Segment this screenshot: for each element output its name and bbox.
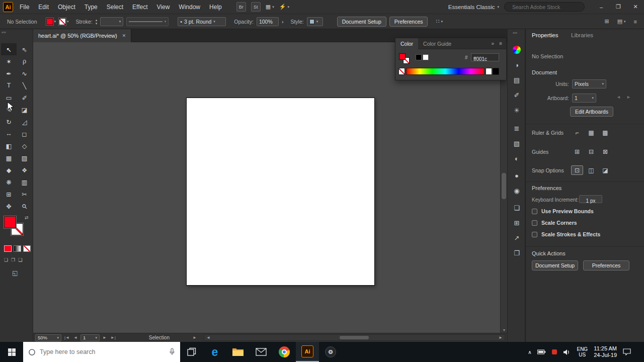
draw-inside-icon[interactable]: ❑ [18,257,22,262]
snap-to-point-icon[interactable]: ◪ [599,165,611,175]
black-swatch[interactable] [416,54,422,60]
direct-selection-tool[interactable]: ⇖ [17,43,32,55]
stroke-weight-stepper[interactable]: ▴ ▾ [96,18,98,25]
illustrator-taskbar-button[interactable]: Ai [296,342,319,362]
previous-artboard-arrow-icon[interactable]: ◄ [616,95,621,100]
use-preview-bounds-checkbox[interactable] [532,209,537,214]
menu-effect[interactable]: Effect [128,0,152,14]
swap-fill-stroke-icon[interactable]: ⇄ [25,215,29,220]
transparency-panel-icon[interactable]: ◐ [508,152,526,165]
show-guides-icon[interactable]: ⊞ [571,147,583,156]
vertical-scrollbar[interactable]: ▲ ▼ [500,42,507,333]
collapse-panel-icon[interactable]: » [492,41,495,46]
align-options-button[interactable]: ∷ ▾ [436,18,443,25]
battery-icon[interactable] [537,349,546,354]
brushes-panel-icon[interactable]: ✐ [508,88,526,102]
stepper-down-icon[interactable]: ▾ [96,22,98,25]
volume-icon[interactable] [563,349,571,355]
close-tab-icon[interactable]: ✕ [122,33,126,38]
edit-artboards-button[interactable]: Edit Artboards [570,107,613,117]
first-artboard-icon[interactable]: |◄ [63,335,70,340]
eyedropper-tool[interactable]: ◆ [1,164,17,176]
status-expand-icon[interactable]: ► [192,335,198,340]
adobe-stock-search[interactable] [504,2,585,12]
horizontal-scrollbar[interactable]: ◄ ► [204,334,505,341]
opacity-slider-chevron[interactable]: › [282,19,284,25]
adobe-stock-icon[interactable]: St [251,2,261,12]
tray-red-app-icon[interactable] [552,349,557,354]
document-tab[interactable]: heart.ai* @ 50% (RGB/Preview) ✕ [33,29,131,42]
edge-taskbar-button[interactable]: e [203,342,226,362]
document-setup-button[interactable]: Document Setup [337,17,386,27]
preferences-button[interactable]: Preferences [389,17,428,27]
obs-taskbar-button[interactable]: ❂ [319,342,342,362]
start-button[interactable] [0,342,23,362]
menu-select[interactable]: Select [102,0,128,14]
language-indicator[interactable]: ENG US [577,346,588,357]
control-panel-menu-icon[interactable]: ≡ [634,19,637,25]
color-guide-panel-icon[interactable]: ◑ [508,58,526,71]
lock-guides-icon[interactable]: ⊟ [585,147,597,156]
blend-tool[interactable]: ❖ [17,164,32,176]
screen-mode-icon[interactable]: ◱ [12,269,18,277]
artboard[interactable] [186,98,375,286]
stock-search-input[interactable] [512,4,580,10]
color-spectrum-bar[interactable] [406,68,485,75]
draw-behind-icon[interactable]: ❐ [11,257,15,262]
gpu-performance-button[interactable]: ⚡ ▾ [279,4,289,10]
mail-taskbar-button[interactable] [250,342,273,362]
stroke-color-control[interactable]: ▾ [59,18,69,25]
zoom-tool[interactable]: ⚲ [17,200,32,212]
gradient-button[interactable] [14,245,21,252]
opacity-field[interactable] [257,17,279,26]
artboards-panel-icon[interactable]: ⊞ [508,216,526,229]
swatches-panel-icon[interactable]: ▤ [508,73,526,86]
file-explorer-taskbar-button[interactable] [226,342,250,362]
scale-strokes-effects-checkbox[interactable] [532,232,537,237]
slice-tool[interactable]: ✂ [17,188,32,200]
stroke-swatch[interactable] [59,18,66,25]
variable-width-profile-dropdown[interactable]: ▾ [126,17,169,26]
next-artboard-icon[interactable]: ► [102,335,108,340]
quick-document-setup-button[interactable]: Document Setup [532,260,578,270]
symbol-sprayer-tool[interactable]: ❋ [1,176,17,188]
gradient-tool[interactable]: ▨ [17,152,32,164]
line-segment-tool[interactable]: ╲ [17,79,32,92]
bridge-icon[interactable]: Br [236,2,246,12]
spectrum-white-swatch[interactable] [486,68,492,75]
rotate-tool[interactable]: ↻ [1,116,17,128]
tab-libraries[interactable]: Libraries [571,32,593,38]
color-panel-icon[interactable] [508,43,526,56]
menu-object[interactable]: Object [53,0,80,14]
curvature-tool[interactable]: ∿ [17,67,32,79]
column-graph-tool[interactable]: ▥ [17,176,32,188]
brush-definition-dropdown[interactable]: • 3 pt. Round ▾ [178,17,226,26]
task-view-button[interactable] [180,342,203,362]
symbols-panel-icon[interactable]: ✳ [508,104,526,117]
shape-builder-tool[interactable]: ◧ [1,140,17,152]
workspace-grid-icon[interactable]: ⊞ [604,18,609,25]
artboard-tool[interactable]: ⊞ [1,188,17,200]
snap-to-grid-icon[interactable]: ⊡ [571,165,583,175]
show-transparency-grid-icon[interactable]: ▩ [599,128,611,137]
snap-to-pixel-icon[interactable]: ◫ [585,165,597,175]
panel-fill-swatch[interactable] [399,53,406,60]
appearance-panel-icon[interactable]: ● [508,169,526,182]
scale-tool[interactable]: ◿ [17,116,32,128]
zoom-level-dropdown[interactable]: 50% ▾ [35,334,61,341]
horizontal-scroll-thumb[interactable] [340,336,369,339]
free-transform-tool[interactable]: ◻ [17,128,32,140]
tab-color-guide[interactable]: Color Guide [418,38,456,49]
keyboard-increment-input[interactable] [580,198,602,205]
spectrum-black-swatch[interactable] [493,68,499,75]
taskbar-search-input[interactable] [40,348,165,355]
layers-panel-icon[interactable]: ❏ [508,201,526,214]
draw-normal-icon[interactable]: ❏ [4,257,8,262]
tab-color[interactable]: Color [395,38,418,49]
panel-options-button[interactable]: ▤ ▾ [617,18,626,25]
opacity-input[interactable] [259,19,276,25]
previous-artboard-icon[interactable]: ◄ [72,335,78,340]
mesh-tool[interactable]: ▦ [1,152,17,164]
none-button[interactable] [23,245,31,252]
quick-preferences-button[interactable]: Preferences [583,260,629,270]
